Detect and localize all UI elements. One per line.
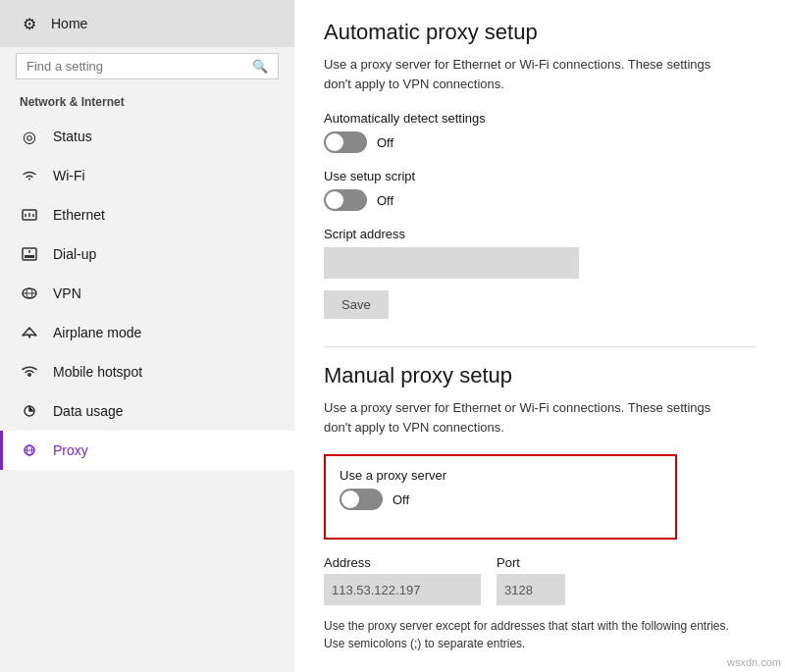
auto-detect-label: Automatically detect settings: [324, 111, 756, 126]
watermark: wsxdn.com: [727, 656, 781, 668]
status-icon: ◎: [20, 127, 39, 146]
svg-rect-4: [23, 248, 36, 260]
sidebar-item-label: Status: [53, 129, 92, 144]
bottom-note: Use the proxy server except for addresse…: [324, 617, 736, 652]
home-label: Home: [51, 16, 87, 31]
address-port-row: Address Port: [324, 555, 756, 605]
sidebar-item-proxy[interactable]: Proxy: [0, 431, 294, 470]
dialup-icon: [20, 244, 39, 264]
sidebar-item-hotspot[interactable]: Mobile hotspot: [0, 352, 294, 391]
sidebar-item-wifi[interactable]: Wi-Fi: [0, 156, 294, 195]
main-content: Automatic proxy setup Use a proxy server…: [294, 0, 785, 672]
datausage-icon: [20, 401, 39, 421]
setup-script-toggle-row: Off: [324, 189, 756, 211]
section-divider: [324, 346, 756, 347]
auto-detect-toggle-row: Off: [324, 131, 756, 153]
address-group: Address: [324, 555, 481, 605]
use-proxy-box: Use a proxy server Off: [324, 454, 677, 540]
wifi-icon: [20, 166, 39, 185]
port-input[interactable]: [497, 574, 565, 605]
ethernet-icon: [20, 205, 39, 225]
sidebar-item-label: Dial-up: [53, 246, 96, 262]
manual-section-desc: Use a proxy server for Ethernet or Wi-Fi…: [324, 398, 736, 437]
sidebar-item-status[interactable]: ◎ Status: [0, 117, 294, 156]
sidebar-item-airplane[interactable]: Airplane mode: [0, 313, 294, 352]
use-proxy-toggle-row: Off: [340, 489, 661, 510]
search-icon: 🔍: [252, 59, 268, 74]
sidebar-item-label: Wi-Fi: [53, 168, 85, 183]
use-proxy-toggle[interactable]: [340, 489, 383, 510]
vpn-icon: [20, 284, 39, 303]
svg-point-10: [27, 373, 31, 377]
auto-detect-state: Off: [377, 135, 393, 150]
auto-detect-toggle[interactable]: [324, 131, 367, 153]
save-button[interactable]: Save: [324, 290, 389, 319]
use-proxy-state: Off: [392, 492, 409, 507]
setup-script-state: Off: [377, 193, 393, 208]
sidebar-item-label: Mobile hotspot: [53, 364, 142, 380]
sidebar-item-label: VPN: [53, 285, 81, 301]
proxy-icon: [20, 440, 39, 460]
home-icon: ⚙: [20, 14, 39, 33]
sidebar-item-label: Ethernet: [53, 207, 105, 223]
port-group: Port: [497, 555, 565, 605]
search-box: 🔍: [16, 53, 279, 79]
sidebar-item-datausage[interactable]: Data usage: [0, 391, 294, 431]
address-label: Address: [324, 555, 481, 570]
setup-script-label: Use setup script: [324, 169, 756, 183]
sidebar-item-label: Proxy: [53, 442, 88, 458]
use-proxy-label: Use a proxy server: [340, 468, 661, 483]
sidebar-item-label: Airplane mode: [53, 325, 141, 340]
auto-section-desc: Use a proxy server for Ethernet or Wi-Fi…: [324, 55, 736, 93]
sidebar-item-vpn[interactable]: VPN: [0, 274, 294, 313]
sidebar-home-item[interactable]: ⚙ Home: [0, 0, 294, 47]
address-input[interactable]: [324, 574, 481, 605]
svg-rect-6: [25, 255, 34, 258]
sidebar-item-dialup[interactable]: Dial-up: [0, 234, 294, 274]
sidebar-item-label: Data usage: [53, 403, 124, 419]
sidebar-item-ethernet[interactable]: Ethernet: [0, 195, 294, 234]
airplane-icon: [20, 323, 39, 342]
auto-section-title: Automatic proxy setup: [324, 20, 756, 45]
script-address-input[interactable]: [324, 247, 579, 279]
script-address-label: Script address: [324, 227, 756, 241]
sidebar-section-label: Network & Internet: [0, 91, 294, 117]
hotspot-icon: [20, 362, 39, 382]
sidebar: ⚙ Home 🔍 Network & Internet ◎ Status Wi-…: [0, 0, 294, 672]
manual-section-title: Manual proxy setup: [324, 363, 756, 388]
port-label: Port: [497, 555, 565, 570]
setup-script-toggle[interactable]: [324, 189, 367, 211]
search-input[interactable]: [26, 59, 244, 74]
